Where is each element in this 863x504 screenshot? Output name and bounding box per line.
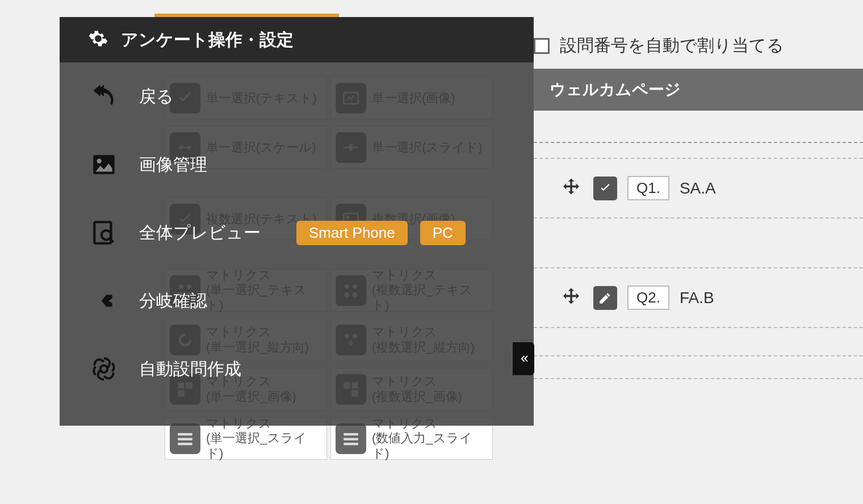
svg-rect-26 bbox=[343, 443, 358, 445]
question-title: SA.A bbox=[680, 179, 716, 198]
drop-zone[interactable] bbox=[534, 355, 863, 378]
tile-sublabel: (単一選択_スライド) bbox=[206, 431, 322, 461]
drag-handle-icon[interactable] bbox=[559, 286, 583, 310]
overlay-header: アンケート操作・設定 bbox=[60, 17, 534, 62]
svg-point-30 bbox=[101, 230, 111, 240]
menu-label: 戻る bbox=[139, 85, 174, 108]
undo-icon bbox=[88, 81, 119, 112]
preview-smartphone-button[interactable]: Smart Phone bbox=[296, 221, 408, 245]
svg-rect-22 bbox=[178, 438, 192, 440]
collapse-panel-handle[interactable] bbox=[513, 342, 534, 375]
matrix-numslide-icon bbox=[336, 423, 366, 454]
settings-overlay: アンケート操作・設定 戻る 画像管理 全体プレビュー Smart Phone P… bbox=[60, 17, 534, 426]
question-row-1[interactable]: Q1. SA.A bbox=[534, 159, 863, 217]
branch-icon bbox=[88, 285, 119, 317]
menu-auto-question[interactable]: 自動設問作成 bbox=[82, 335, 511, 403]
menu-label: 自動設問作成 bbox=[139, 358, 241, 381]
menu-label: 分岐確認 bbox=[139, 289, 207, 313]
preview-icon bbox=[88, 217, 119, 249]
auto-number-label: 設問番号を自動で割り当てる bbox=[560, 34, 784, 57]
image-icon bbox=[88, 149, 119, 180]
drop-zone[interactable] bbox=[534, 142, 863, 159]
auto-number-option[interactable]: 設問番号を自動で割り当てる bbox=[534, 34, 863, 69]
menu-full-preview: 全体プレビュー Smart Phone PC bbox=[82, 199, 511, 267]
gear-icon bbox=[88, 28, 108, 51]
menu-label: 全体プレビュー bbox=[139, 221, 261, 245]
menu-back[interactable]: 戻る bbox=[82, 62, 511, 131]
question-title: FA.B bbox=[680, 289, 714, 307]
drop-zone[interactable] bbox=[534, 378, 863, 379]
ai-icon bbox=[88, 354, 119, 385]
matrix-slide-icon bbox=[170, 423, 200, 454]
overlay-title: アンケート操作・設定 bbox=[121, 28, 294, 52]
question-number[interactable]: Q1. bbox=[627, 176, 669, 200]
drop-zone[interactable] bbox=[534, 217, 863, 268]
question-row-2[interactable]: Q2. FA.B bbox=[534, 268, 863, 327]
menu-branch-check[interactable]: 分岐確認 bbox=[82, 267, 511, 335]
tile-sublabel: (数値入力_スライド) bbox=[372, 431, 488, 461]
menu-image-management[interactable]: 画像管理 bbox=[82, 131, 511, 199]
question-number[interactable]: Q2. bbox=[627, 285, 669, 310]
svg-point-31 bbox=[100, 366, 107, 373]
question-type-sa-icon bbox=[593, 177, 617, 200]
welcome-page-header[interactable]: ウェルカムページ bbox=[534, 69, 863, 111]
menu-label: 画像管理 bbox=[139, 153, 207, 177]
question-type-fa-icon bbox=[593, 286, 617, 310]
welcome-label: ウェルカムページ bbox=[550, 81, 681, 98]
svg-rect-23 bbox=[178, 443, 192, 445]
drag-handle-icon[interactable] bbox=[559, 177, 583, 200]
question-list-panel: 設問番号を自動で割り当てる ウェルカムページ Q1. SA.A Q2. FA.B bbox=[534, 34, 863, 379]
svg-rect-24 bbox=[343, 433, 358, 435]
svg-point-28 bbox=[97, 159, 101, 163]
svg-rect-25 bbox=[343, 438, 358, 440]
preview-pc-button[interactable]: PC bbox=[420, 221, 466, 245]
checkbox-icon[interactable] bbox=[534, 38, 550, 54]
svg-rect-21 bbox=[178, 433, 192, 435]
